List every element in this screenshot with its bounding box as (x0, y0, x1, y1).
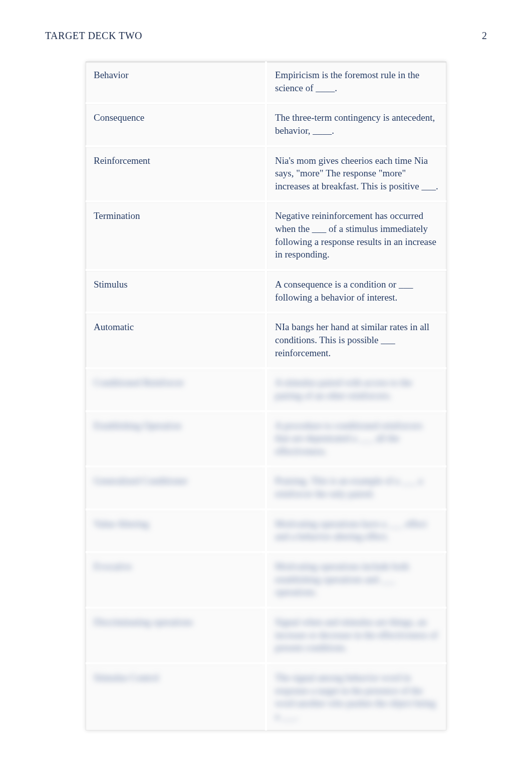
table-row: StimulusA consequence is a condition or … (86, 270, 446, 313)
page-number: 2 (482, 30, 487, 42)
definition-cell: Nia's mom gives cheerios each time Nia s… (266, 146, 446, 202)
definition-cell: Signal when and stimulus are things, an … (266, 608, 446, 663)
term-cell: Consequence (86, 103, 266, 146)
definition-cell: Praising. This is an example of a ___ a … (266, 466, 446, 509)
definition-cell: Motivating operations have a ___ effect … (266, 509, 446, 552)
table-row: TerminationNegative reininforcement has … (86, 201, 446, 270)
term-cell: Discriminating operations (86, 608, 266, 663)
term-cell: Reinforcement (86, 146, 266, 202)
definition-cell: The signal among behavior word in respon… (266, 663, 446, 731)
table-row: BehaviorEmpiricism is the foremost rule … (86, 62, 446, 103)
term-cell: Behavior (86, 62, 266, 103)
term-cell: Stimulus Control (86, 663, 266, 731)
header-title: TARGET DECK TWO (45, 30, 142, 42)
table-row: Conditioned ReinforcerA stimulus paired … (86, 368, 446, 411)
definition-cell: A stimulus paired with access to the pai… (266, 368, 446, 411)
definition-cell: Motivating operations include both estab… (266, 552, 446, 608)
table-row: ReinforcementNia's mom gives cheerios ea… (86, 146, 446, 202)
table-row: Discriminating operationsSignal when and… (86, 608, 446, 663)
definition-cell: A procedure to conditioned reinforcers t… (266, 411, 446, 467)
definition-cell: NIa bangs her hand at similar rates in a… (266, 313, 446, 368)
term-cell: Conditioned Reinforcer (86, 368, 266, 411)
table-row: ConsequenceThe three-term contingency is… (86, 103, 446, 146)
definition-cell: Empiricism is the foremost rule in the s… (266, 62, 446, 103)
table-row: Stimulus ControlThe signal among behavio… (86, 663, 446, 731)
term-cell: Establishing Operation (86, 411, 266, 467)
definition-cell: A consequence is a condition or ___ foll… (266, 270, 446, 313)
term-cell: Value Altering (86, 509, 266, 552)
term-cell: Termination (86, 201, 266, 270)
page-header: TARGET DECK TWO 2 (45, 30, 487, 42)
term-cell: Generalized Conditioner (86, 466, 266, 509)
definition-cell: The three-term contingency is antecedent… (266, 103, 446, 146)
term-cell: Evocative (86, 552, 266, 608)
table-row: EvocativeMotivating operations include b… (86, 552, 446, 608)
table-row: Value AlteringMotivating operations have… (86, 509, 446, 552)
definition-cell: Negative reininforcement has occurred wh… (266, 201, 446, 270)
table-row: Generalized ConditionerPraising. This is… (86, 466, 446, 509)
table-row: Establishing OperationA procedure to con… (86, 411, 446, 467)
term-cell: Stimulus (86, 270, 266, 313)
table-row: AutomaticNIa bangs her hand at similar r… (86, 313, 446, 368)
term-cell: Automatic (86, 313, 266, 368)
flashcard-table: BehaviorEmpiricism is the foremost rule … (86, 62, 446, 730)
